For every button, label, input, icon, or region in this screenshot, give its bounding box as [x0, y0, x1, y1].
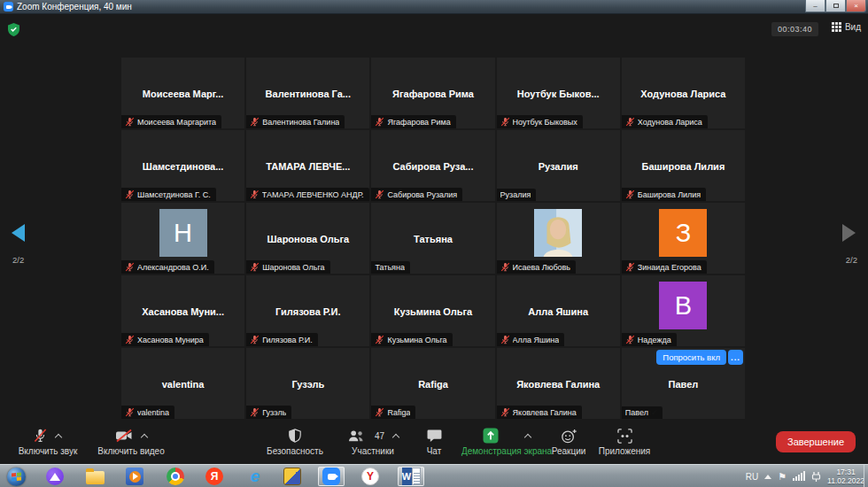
participant-name-label: Гузэль: [246, 406, 291, 419]
participant-tile[interactable]: Ноутбук Быков... Ноутбук Быковых: [497, 58, 620, 128]
participant-display-name: Кузьмина Ольга: [371, 306, 494, 317]
participant-tile[interactable]: valentina valentina: [121, 348, 244, 419]
participant-tile[interactable]: Кузьмина Ольга Кузьмина Ольга: [371, 275, 494, 346]
page-indicator-right: 2/2: [846, 255, 857, 265]
total-commander-icon[interactable]: [282, 467, 303, 486]
participant-tile[interactable]: Алла Яшина Алла Яшина: [497, 275, 620, 346]
hidden-icons-arrow[interactable]: [764, 475, 771, 479]
participant-tile[interactable]: Яковлева Галина Яковлева Галина: [497, 348, 620, 419]
file-explorer-icon[interactable]: [84, 467, 105, 486]
apps-icon: [617, 429, 632, 444]
participant-display-name: Гузэль: [246, 379, 369, 390]
previous-page-arrow[interactable]: [12, 224, 25, 242]
participant-name-label: Хасанова Мунира: [121, 333, 209, 346]
action-center-flag-icon[interactable]: ⚑: [778, 471, 787, 483]
view-button[interactable]: Вид: [832, 22, 861, 32]
letter-avatar: Н: [159, 209, 207, 257]
word-taskbar-icon[interactable]: W: [398, 467, 424, 486]
more-options-button[interactable]: ...: [728, 350, 743, 365]
show-desktop-strip[interactable]: [864, 465, 864, 487]
mic-muted-icon: [125, 407, 135, 417]
participant-tile[interactable]: Шамсетдинова... Шамсетдинова Г. С.: [121, 130, 244, 201]
mic-muted-icon: [375, 189, 384, 199]
letter-avatar: В: [659, 282, 707, 329]
unmute-button[interactable]: Включить звук: [7, 428, 89, 456]
participant-name-label: Рузалия: [497, 189, 537, 201]
participant-tile[interactable]: Валентинова Га... Валентинова Галина: [246, 58, 369, 128]
participant-tile[interactable]: Моисеева Марг... Моисеева Маргарита: [121, 58, 244, 128]
security-button[interactable]: Безопасность: [267, 428, 323, 456]
participants-options-chevron[interactable]: [393, 433, 399, 439]
apps-button[interactable]: Приложения: [592, 428, 657, 456]
participant-tile[interactable]: ТАМАРА ЛЕВЧЕ... ТАМАРА ЛЕВЧЕНКО АНДР...: [246, 130, 369, 201]
yandex-app-icon[interactable]: Y: [360, 467, 381, 486]
participant-tile[interactable]: Сабирова Руза... Сабирова Рузалия: [371, 130, 494, 201]
network-icon[interactable]: [793, 472, 805, 481]
participant-tile[interactable]: Н Александрова О.И.: [121, 203, 244, 274]
share-screen-button[interactable]: Демонстрация экрана: [453, 428, 560, 456]
participant-tile[interactable]: Rafiga Rafiga: [371, 348, 494, 419]
close-button[interactable]: ×: [846, 0, 866, 12]
participant-tile[interactable]: Баширова Лилия Баширова Лилия: [622, 130, 745, 201]
end-meeting-button[interactable]: Завершение: [776, 431, 856, 452]
participant-name-label: Татьяна: [371, 261, 410, 274]
participant-display-name: Ягафарова Рима: [371, 89, 494, 99]
share-options-chevron[interactable]: [525, 433, 531, 439]
restore-button[interactable]: [825, 0, 846, 12]
mic-muted-icon: [125, 262, 135, 272]
participant-name-label: Шамсетдинова Г. С.: [121, 188, 216, 201]
participant-tile[interactable]: Гузэль Гузэль: [246, 348, 369, 419]
participant-display-name: Rafiga: [371, 379, 494, 390]
mic-muted-icon: [625, 117, 635, 127]
participant-display-name: Баширова Лилия: [622, 161, 745, 172]
participant-tile[interactable]: Татьяна Татьяна: [371, 203, 494, 274]
participant-tile[interactable]: Павел Павел ✓ Попросить вкл ...: [622, 348, 745, 419]
minimize-button[interactable]: –: [805, 0, 825, 12]
participants-button[interactable]: 47 Участники: [339, 428, 407, 456]
participant-display-name: Татьяна: [371, 234, 494, 244]
participant-name-label: Ягафарова Рима: [371, 115, 455, 128]
participants-count: 47: [375, 431, 384, 441]
mic-muted-icon: [375, 407, 384, 417]
participant-tile[interactable]: Рузалия Рузалия: [497, 130, 620, 201]
meeting-timer: 00:03:40: [771, 22, 818, 36]
participant-name-label: Зинаида Егорова: [622, 260, 707, 274]
participant-tile[interactable]: Ягафарова Рима Ягафарова Рима: [371, 58, 494, 128]
language-indicator[interactable]: RU: [746, 472, 758, 482]
media-player-icon[interactable]: [124, 467, 145, 486]
window-title: Zoom Конференция, 40 мин: [17, 2, 132, 12]
participant-display-name: Моисеева Марг...: [121, 89, 244, 99]
participant-tile[interactable]: З Зинаида Егорова: [622, 203, 745, 274]
participant-grid: Моисеева Марг... Моисеева Маргарита Вале…: [121, 58, 745, 419]
participant-display-name: Шамсетдинова...: [121, 161, 244, 172]
participant-tile[interactable]: Гилязова Р.И. Гилязова Р.И.: [246, 275, 369, 346]
ask-to-unmute-button[interactable]: Попросить вкл: [656, 350, 726, 365]
mic-muted-icon: [625, 189, 635, 199]
chrome-icon[interactable]: [165, 467, 186, 486]
video-options-chevron[interactable]: [142, 433, 148, 439]
start-video-button[interactable]: Включить видео: [89, 428, 174, 456]
zoom-taskbar-icon[interactable]: [318, 467, 345, 486]
participant-name-label: Ноутбук Быковых: [497, 115, 583, 128]
mic-muted-icon: [500, 407, 510, 417]
participant-tile[interactable]: Хасанова Муни... Хасанова Мунира: [121, 275, 244, 346]
yandex-browser-icon[interactable]: Я: [204, 467, 225, 486]
audio-options-chevron[interactable]: [56, 433, 62, 439]
participant-tile[interactable]: Шаронова Ольга Шаронова Ольга: [246, 203, 369, 274]
reactions-button[interactable]: Реакции: [546, 428, 591, 456]
chat-button[interactable]: Чат: [416, 428, 452, 456]
participant-tile[interactable]: Исаева Любовь: [497, 203, 620, 274]
participant-tile[interactable]: В Надежда: [622, 275, 745, 346]
participant-name-label: Кузьмина Ольга: [371, 333, 452, 346]
participant-name-label: Rafiga: [371, 406, 415, 419]
next-page-arrow[interactable]: [842, 224, 856, 242]
participant-name-label: Надежда: [622, 333, 677, 346]
participant-name-label: Валентинова Галина: [246, 115, 345, 128]
alice-app-icon[interactable]: [44, 467, 66, 486]
clock[interactable]: 17:31 11.02.2022: [827, 468, 864, 485]
participant-tile[interactable]: Ходунова Лариса Ходунова Лариса: [622, 58, 745, 128]
power-icon[interactable]: [811, 471, 821, 483]
internet-explorer-icon[interactable]: e: [244, 467, 266, 486]
zoom-meeting-window: 00:03:40 Вид 2/2 2/2 Моисеева Марг... Мо…: [0, 14, 868, 464]
start-button[interactable]: [5, 467, 27, 486]
